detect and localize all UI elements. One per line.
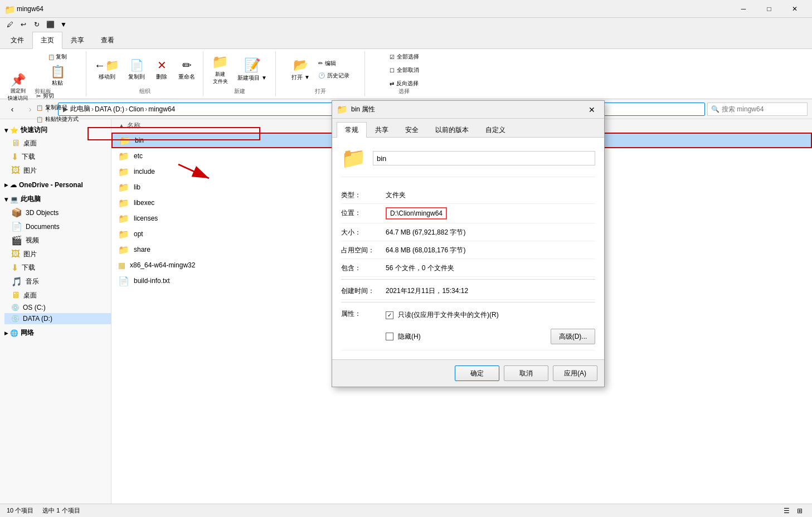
tab-share[interactable]: 共享 (62, 32, 93, 48)
path-data[interactable]: DATA (D:) (95, 105, 124, 113)
qat-properties-button[interactable]: 🖊 (4, 19, 16, 30)
hidden-checkbox[interactable] (386, 333, 393, 340)
name-column-header[interactable]: 名称 (127, 121, 140, 130)
grid-view-button[interactable]: ⊞ (794, 505, 805, 516)
delete-button[interactable]: ✕ 删除 (150, 56, 173, 83)
sidebar-item-pictures2[interactable]: 🖼 图片 (4, 247, 111, 261)
select-all-label: 全部选择 (397, 53, 419, 61)
pin-icon: 📌 (11, 74, 26, 86)
open-button[interactable]: 📂 打开 ▼ (288, 56, 313, 84)
select-all-button[interactable]: ☑ 全部选择 (387, 51, 422, 62)
readonly-checkbox[interactable] (386, 311, 393, 319)
close-button[interactable]: ✕ (782, 0, 808, 18)
dialog-tab-share[interactable]: 共享 (367, 122, 397, 138)
rename-button[interactable]: ✏ 重命名 (175, 56, 198, 83)
maximize-button[interactable]: □ (756, 0, 782, 18)
sidebar-item-downloads2[interactable]: ⬇ 下载 (4, 261, 111, 275)
move-to-button[interactable]: ←📁 移动到 (91, 56, 123, 83)
created-label: 创建时间： (341, 285, 386, 296)
contains-label: 包含： (341, 262, 386, 273)
copy-path-button[interactable]: 📋 复制路径 (33, 102, 81, 113)
sidebar-item-datadrive[interactable]: 💿 DATA (D:) (4, 313, 111, 324)
sidebar-item-documents[interactable]: 📄 Documents (4, 220, 111, 233)
copy-to-button[interactable]: 📄 复制到 (125, 56, 148, 83)
sidebar-item-osdrive[interactable]: 💿 OS (C:) (4, 302, 111, 313)
advanced-button[interactable]: 高级(D)... (551, 329, 595, 344)
paste-label: 粘贴 (52, 79, 63, 87)
open-icon: 📂 (293, 58, 308, 72)
search-input[interactable] (722, 105, 805, 113)
music-label: 音乐 (26, 277, 39, 286)
sidebar-header-thispc[interactable]: ▾ 💻 此电脑 (0, 193, 111, 206)
sidebar-item-music[interactable]: 🎵 音乐 (4, 275, 111, 289)
onedrive-icon: ☁ (10, 181, 17, 189)
paste-button[interactable]: 📋 粘贴 (33, 64, 81, 89)
path-clion[interactable]: Clion (129, 105, 144, 113)
sidebar-item-desktop[interactable]: 🖥 桌面 (4, 136, 111, 150)
sizeondisk-label: 占用空间： (341, 245, 386, 255)
dialog-tab-general[interactable]: 常规 (337, 122, 367, 138)
sidebar-header-network[interactable]: ▸ 🌐 网络 (0, 326, 111, 339)
dialog-close-button[interactable]: ✕ (584, 102, 600, 118)
hidden-label: 隐藏(H) (398, 332, 421, 342)
tab-view[interactable]: 查看 (93, 32, 123, 48)
dialog-actions: 确定 取消 应用(A) (332, 359, 604, 387)
sidebar-section-onedrive: ▸ ☁ OneDrive - Personal (0, 179, 111, 191)
rename-label: 重命名 (178, 73, 195, 81)
qat-dropdown-button[interactable]: ▼ (58, 19, 69, 30)
sidebar-header-onedrive[interactable]: ▸ ☁ OneDrive - Personal (0, 179, 111, 191)
sidebar-item-downloads[interactable]: ⬇ 下载 (4, 150, 111, 164)
quickaccess-items: 🖥 桌面 ⬇ 下载 🖼 图片 (0, 136, 111, 177)
dialog-location-row: 位置： D:\Clion\mingw64 (341, 204, 595, 223)
select-none-button[interactable]: ☐ 全部取消 (387, 65, 422, 76)
history-button[interactable]: 🕐 历史记录 (315, 70, 352, 81)
videos-icon: 🎬 (11, 235, 22, 246)
size-label: 大小： (341, 227, 386, 237)
delete-icon: ✕ (157, 58, 167, 72)
tab-file[interactable]: 文件 (2, 32, 32, 48)
qat-undo-button[interactable]: ↩ (18, 19, 29, 30)
downloads2-icon: ⬇ (11, 262, 18, 273)
properties-dialog[interactable]: 📁 bin 属性 ✕ 常规 共享 安全 以前的版本 自定义 📁 类型： 文件夹 (332, 100, 605, 387)
dialog-content: 📁 类型： 文件夹 位置： D:\Clion\mingw64 大小： 64.7 … (332, 138, 604, 359)
edit-button[interactable]: ✏ 编辑 (315, 58, 352, 69)
sidebar-item-desktop2[interactable]: 🖥 桌面 (4, 289, 111, 302)
dialog-sizeondisk-row: 占用空间： 64.8 MB (68,018,176 字节) (341, 241, 595, 259)
dialog-tab-custom[interactable]: 自定义 (477, 122, 514, 138)
opt-folder-icon: 📁 (118, 229, 129, 240)
sidebar-item-pictures[interactable]: 🖼 图片 (4, 164, 111, 177)
dialog-created-row: 创建时间： 2021年12月11日，15:34:12 (341, 282, 595, 300)
ribbon-group-open: 📂 打开 ▼ ✏ 编辑 🕐 历史记录 打开 (276, 51, 365, 96)
thispc-items: 📦 3D Objects 📄 Documents 🎬 视频 🖼 图片 (0, 206, 111, 324)
ok-button[interactable]: 确定 (455, 365, 499, 381)
apply-button[interactable]: 应用(A) (553, 365, 597, 381)
licenses-folder-icon: 📁 (118, 213, 129, 224)
qat-redo-button[interactable]: ↻ (31, 19, 42, 30)
chevron-right-icon-network: ▸ (4, 329, 8, 337)
paste-shortcut-icon: 📋 (36, 116, 43, 123)
pictures-icon: 🖼 (11, 165, 20, 175)
search-box[interactable]: 🔍 (707, 103, 808, 116)
organize-group-label: 组织 (86, 87, 203, 95)
details-view-button[interactable]: ☰ (781, 505, 792, 516)
dialog-file-icon: 📁 (341, 147, 366, 170)
select-none-label: 全部取消 (397, 66, 419, 74)
sidebar-item-videos[interactable]: 🎬 视频 (4, 233, 111, 247)
dialog-tab-security[interactable]: 安全 (397, 122, 427, 138)
dialog-file-name-input[interactable] (373, 151, 595, 165)
dialog-tab-previous[interactable]: 以前的版本 (427, 122, 477, 138)
paste-shortcut-button[interactable]: 📋 粘贴快捷方式 (33, 114, 81, 125)
new-item-button[interactable]: 📝 新建项目 ▼ (234, 55, 270, 84)
new-folder-button[interactable]: 📁 新建文件夹 (208, 52, 232, 87)
copy-button[interactable]: 📋 复制 (33, 51, 81, 62)
tab-home[interactable]: 主页 (32, 32, 62, 49)
cancel-button[interactable]: 取消 (504, 365, 548, 381)
new-folder-label: 新建文件夹 (213, 71, 228, 85)
sidebar-item-3dobjects[interactable]: 📦 3D Objects (4, 206, 111, 220)
dialog-tab-bar: 常规 共享 安全 以前的版本 自定义 (332, 119, 604, 138)
minimize-button[interactable]: ─ (731, 0, 756, 18)
qat-newitem-button[interactable]: ⬛ (45, 19, 56, 30)
view-controls: ☰ ⊞ (781, 505, 805, 516)
move-icon: ←📁 (94, 58, 119, 72)
path-mingw64[interactable]: mingw64 (148, 105, 175, 113)
